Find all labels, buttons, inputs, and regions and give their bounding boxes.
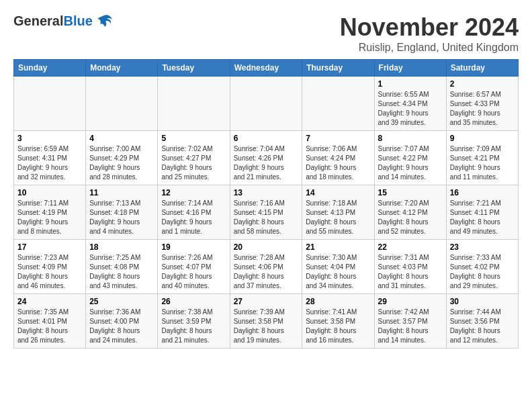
day-info: Sunrise: 7:06 AM Sunset: 4:24 PM Dayligh… — [306, 144, 370, 182]
day-info: Sunrise: 7:11 AM Sunset: 4:19 PM Dayligh… — [17, 199, 82, 236]
calendar-cell: 14Sunrise: 7:18 AM Sunset: 4:13 PM Dayli… — [302, 185, 374, 240]
location-subtitle: Ruislip, England, United Kingdom — [340, 42, 519, 54]
day-number: 12 — [161, 188, 226, 197]
calendar-week-3: 10Sunrise: 7:11 AM Sunset: 4:19 PM Dayli… — [14, 185, 519, 240]
calendar-cell: 3Sunrise: 6:59 AM Sunset: 4:31 PM Daylig… — [14, 131, 86, 185]
day-number: 30 — [450, 297, 515, 306]
day-info: Sunrise: 7:39 AM Sunset: 3:58 PM Dayligh… — [234, 308, 299, 345]
calendar-table: SundayMondayTuesdayWednesdayThursdayFrid… — [13, 59, 519, 349]
calendar-cell: 20Sunrise: 7:28 AM Sunset: 4:06 PM Dayli… — [230, 240, 302, 294]
calendar-cell — [230, 77, 302, 131]
day-info: Sunrise: 7:30 AM Sunset: 4:04 PM Dayligh… — [306, 253, 370, 291]
day-info: Sunrise: 7:09 AM Sunset: 4:21 PM Dayligh… — [450, 144, 515, 182]
calendar-cell: 7Sunrise: 7:06 AM Sunset: 4:24 PM Daylig… — [302, 131, 374, 185]
calendar-cell: 5Sunrise: 7:02 AM Sunset: 4:27 PM Daylig… — [158, 131, 230, 185]
day-number: 28 — [306, 297, 370, 306]
calendar-cell: 13Sunrise: 7:16 AM Sunset: 4:15 PM Dayli… — [230, 185, 302, 240]
calendar-cell — [158, 77, 230, 131]
day-info: Sunrise: 7:16 AM Sunset: 4:15 PM Dayligh… — [234, 199, 299, 236]
calendar-cell: 23Sunrise: 7:33 AM Sunset: 4:02 PM Dayli… — [446, 240, 518, 294]
weekday-header-tuesday: Tuesday — [158, 60, 230, 77]
day-info: Sunrise: 7:13 AM Sunset: 4:18 PM Dayligh… — [89, 199, 154, 236]
day-number: 15 — [378, 188, 443, 197]
calendar-week-2: 3Sunrise: 6:59 AM Sunset: 4:31 PM Daylig… — [14, 131, 519, 185]
day-info: Sunrise: 7:38 AM Sunset: 3:59 PM Dayligh… — [161, 308, 226, 345]
calendar-cell: 25Sunrise: 7:36 AM Sunset: 4:00 PM Dayli… — [86, 294, 158, 349]
logo: GeneralBlue — [13, 13, 114, 29]
day-number: 27 — [234, 297, 299, 306]
calendar-cell: 29Sunrise: 7:42 AM Sunset: 3:57 PM Dayli… — [374, 294, 446, 349]
calendar-cell: 1Sunrise: 6:55 AM Sunset: 4:34 PM Daylig… — [374, 77, 446, 131]
day-info: Sunrise: 7:26 AM Sunset: 4:07 PM Dayligh… — [161, 253, 226, 291]
day-number: 17 — [17, 242, 82, 252]
day-number: 11 — [89, 188, 154, 197]
day-number: 26 — [161, 297, 226, 306]
day-info: Sunrise: 7:28 AM Sunset: 4:06 PM Dayligh… — [234, 253, 299, 291]
day-number: 3 — [17, 134, 82, 143]
day-number: 25 — [89, 297, 154, 306]
day-info: Sunrise: 7:41 AM Sunset: 3:58 PM Dayligh… — [306, 308, 370, 345]
calendar-cell: 17Sunrise: 7:23 AM Sunset: 4:09 PM Dayli… — [14, 240, 86, 294]
day-info: Sunrise: 7:00 AM Sunset: 4:29 PM Dayligh… — [89, 144, 154, 182]
day-number: 2 — [450, 79, 515, 89]
day-number: 14 — [306, 188, 370, 197]
day-info: Sunrise: 6:59 AM Sunset: 4:31 PM Dayligh… — [17, 144, 82, 182]
day-number: 4 — [89, 134, 154, 143]
weekday-header-friday: Friday — [374, 60, 446, 77]
day-number: 16 — [450, 188, 515, 197]
calendar-cell: 22Sunrise: 7:31 AM Sunset: 4:03 PM Dayli… — [374, 240, 446, 294]
day-info: Sunrise: 7:04 AM Sunset: 4:26 PM Dayligh… — [234, 144, 299, 182]
calendar-cell: 2Sunrise: 6:57 AM Sunset: 4:33 PM Daylig… — [446, 77, 518, 131]
calendar-cell: 24Sunrise: 7:35 AM Sunset: 4:01 PM Dayli… — [14, 294, 86, 349]
day-number: 10 — [17, 188, 82, 197]
day-number: 19 — [161, 242, 226, 252]
weekday-header-saturday: Saturday — [446, 60, 518, 77]
weekday-header-row: SundayMondayTuesdayWednesdayThursdayFrid… — [14, 60, 519, 77]
day-number: 23 — [450, 242, 515, 252]
calendar-cell: 11Sunrise: 7:13 AM Sunset: 4:18 PM Dayli… — [86, 185, 158, 240]
calendar-cell: 16Sunrise: 7:21 AM Sunset: 4:11 PM Dayli… — [446, 185, 518, 240]
day-number: 20 — [234, 242, 299, 252]
weekday-header-wednesday: Wednesday — [230, 60, 302, 77]
calendar-week-4: 17Sunrise: 7:23 AM Sunset: 4:09 PM Dayli… — [14, 240, 519, 294]
day-info: Sunrise: 7:02 AM Sunset: 4:27 PM Dayligh… — [161, 144, 226, 182]
calendar-cell: 15Sunrise: 7:20 AM Sunset: 4:12 PM Dayli… — [374, 185, 446, 240]
day-number: 8 — [378, 134, 443, 143]
calendar-cell: 10Sunrise: 7:11 AM Sunset: 4:19 PM Dayli… — [14, 185, 86, 240]
calendar-cell: 30Sunrise: 7:44 AM Sunset: 3:56 PM Dayli… — [446, 294, 518, 349]
day-number: 13 — [234, 188, 299, 197]
calendar-header: SundayMondayTuesdayWednesdayThursdayFrid… — [14, 60, 519, 77]
day-info: Sunrise: 7:23 AM Sunset: 4:09 PM Dayligh… — [17, 253, 82, 291]
calendar-week-5: 24Sunrise: 7:35 AM Sunset: 4:01 PM Dayli… — [14, 294, 519, 349]
day-info: Sunrise: 7:42 AM Sunset: 3:57 PM Dayligh… — [378, 308, 443, 345]
calendar-cell: 18Sunrise: 7:25 AM Sunset: 4:08 PM Dayli… — [86, 240, 158, 294]
calendar-cell: 4Sunrise: 7:00 AM Sunset: 4:29 PM Daylig… — [86, 131, 158, 185]
day-number: 22 — [378, 242, 443, 252]
calendar-body: 1Sunrise: 6:55 AM Sunset: 4:34 PM Daylig… — [14, 77, 519, 349]
day-info: Sunrise: 7:44 AM Sunset: 3:56 PM Dayligh… — [450, 308, 515, 345]
month-title: November 2024 — [340, 13, 519, 42]
day-number: 9 — [450, 134, 515, 143]
day-info: Sunrise: 7:18 AM Sunset: 4:13 PM Dayligh… — [306, 199, 370, 236]
day-number: 21 — [306, 242, 370, 252]
day-number: 18 — [89, 242, 154, 252]
calendar-cell: 27Sunrise: 7:39 AM Sunset: 3:58 PM Dayli… — [230, 294, 302, 349]
calendar-cell: 19Sunrise: 7:26 AM Sunset: 4:07 PM Dayli… — [158, 240, 230, 294]
logo-icon — [95, 14, 114, 29]
day-info: Sunrise: 7:31 AM Sunset: 4:03 PM Dayligh… — [378, 253, 443, 291]
day-number: 7 — [306, 134, 370, 143]
logo-text: GeneralBlue — [13, 13, 93, 29]
day-number: 24 — [17, 297, 82, 306]
weekday-header-monday: Monday — [86, 60, 158, 77]
calendar-cell: 9Sunrise: 7:09 AM Sunset: 4:21 PM Daylig… — [446, 131, 518, 185]
calendar-cell — [302, 77, 374, 131]
day-number: 1 — [378, 79, 443, 89]
calendar-cell: 28Sunrise: 7:41 AM Sunset: 3:58 PM Dayli… — [302, 294, 374, 349]
calendar-cell: 8Sunrise: 7:07 AM Sunset: 4:22 PM Daylig… — [374, 131, 446, 185]
day-info: Sunrise: 7:33 AM Sunset: 4:02 PM Dayligh… — [450, 253, 515, 291]
day-info: Sunrise: 7:35 AM Sunset: 4:01 PM Dayligh… — [17, 308, 82, 345]
calendar-cell: 21Sunrise: 7:30 AM Sunset: 4:04 PM Dayli… — [302, 240, 374, 294]
day-number: 5 — [161, 134, 226, 143]
day-info: Sunrise: 6:55 AM Sunset: 4:34 PM Dayligh… — [378, 90, 443, 128]
day-info: Sunrise: 7:20 AM Sunset: 4:12 PM Dayligh… — [378, 199, 443, 236]
